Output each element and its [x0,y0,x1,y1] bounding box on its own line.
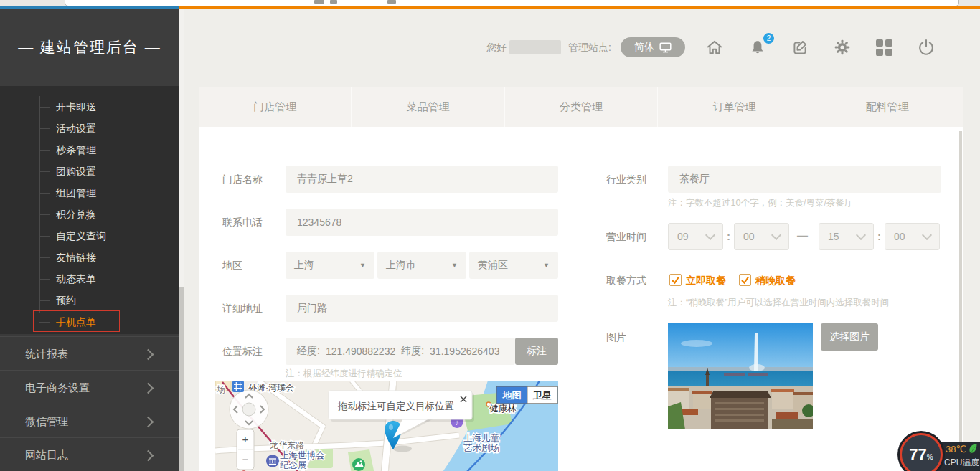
industry-input[interactable]: 茶餐厅 [668,166,941,193]
logout-button[interactable] [916,37,936,57]
dropdown-arrow-icon: ▼ [359,262,366,269]
map-type-toggle: 地图 卫星 [496,386,557,404]
map-zoom-control[interactable]: + − [237,429,254,470]
addressbar-text-fragment [330,0,337,4]
dropdown-arrow-icon: ▼ [451,262,458,269]
time-colon: : [727,230,730,242]
check-icon [671,275,680,285]
coordinates-input[interactable]: 经度: 121.490882232 纬度: 31.1952626403 [286,338,515,365]
mark-location-button[interactable]: 标注 [515,338,558,365]
chevron-down-icon [705,230,715,240]
sidebar-item-seckill[interactable]: 秒杀管理 [0,139,179,161]
settings-button[interactable] [832,37,852,57]
monitor-icon [659,42,672,53]
zoom-in-button[interactable]: + [242,433,249,445]
province-select[interactable]: 上海▼ [286,252,374,279]
sidebar-scrollbar-thumb[interactable] [179,287,184,471]
pickup-later-label[interactable]: 稍晚取餐 [755,275,796,287]
cpu-percent-value: 77 [909,435,926,471]
grid-icon [876,39,892,56]
language-pill-button[interactable]: 简体 [621,37,685,57]
apps-button[interactable] [874,37,894,57]
location-label: 位置标注 [222,346,263,358]
sidebar-item-booking[interactable]: 预约 [0,290,179,311]
sidebar-item-team[interactable]: 组团管理 [0,182,179,204]
sidebar-item-points[interactable]: 积分兑换 [0,204,179,225]
addressbar-text-fragment [314,0,324,4]
chevron-right-icon [143,450,154,462]
sidebar-section-wechat[interactable]: 微信管理 [0,404,179,438]
location-note: 注：根据经纬度进行精确定位 [286,368,402,380]
pickup-now-label[interactable]: 立即取餐 [686,275,726,287]
active-item-outline [33,310,120,332]
hours-separator: — [797,229,808,242]
edit-button[interactable] [790,37,810,57]
store-name-label: 门店名称 [222,173,263,186]
close-minute-select[interactable]: 00 [885,223,940,250]
longitude-value: 121.490882232 [326,346,395,357]
top-accent-orange [179,6,980,9]
tab-store-management[interactable]: 门店管理 [199,87,352,127]
image-label: 图片 [606,331,626,344]
sidebar-item-custom-query[interactable]: 自定义查询 [0,225,179,247]
chevron-down-icon [856,230,866,240]
choose-image-button[interactable]: 选择图片 [821,323,878,351]
map-label: 健康林 [489,404,517,414]
pickup-note: 注：“稍晚取餐”用户可以选择在营业时间内选择取餐时间 [668,297,889,309]
close-hour-select[interactable]: 15 [819,223,874,250]
sidebar-item-card-gift[interactable]: 开卡即送 [0,96,179,118]
sidebar-item-links[interactable]: 友情链接 [0,247,179,268]
phone-input[interactable]: 12345678 [286,209,558,236]
map-label: 场 [216,384,225,394]
chevron-down-icon [771,230,781,240]
address-label: 详细地址 [222,303,263,315]
home-button[interactable] [705,37,725,57]
chevron-right-icon [143,383,154,394]
map-label: 艺术剧场 [463,443,499,453]
latitude-value: 31.1952626403 [430,346,499,357]
pickup-later-checkbox[interactable] [739,274,751,286]
store-name-input[interactable]: 青青原上草2 [286,166,558,193]
sidebar-section-logs[interactable]: 网站日志 [0,437,179,471]
map-north-badge-icon [232,381,244,392]
tab-ingredient-management[interactable]: 配料管理 [811,87,963,127]
sidebar-item-activity[interactable]: 活动设置 [0,118,179,139]
map-label: 纪念展 [280,460,307,470]
tab-category-management[interactable]: 分类管理 [505,87,658,127]
tab-dish-management[interactable]: 菜品管理 [352,87,504,127]
sidebar: — 建站管理后台 — 开卡即送 活动设置 秒杀管理 团购设置 组团管理 积分兑换… [0,9,179,471]
chevron-right-icon [143,417,154,428]
museum-poi-icon [266,455,279,467]
cpu-percent-sign: % [927,453,933,461]
hours-label: 营业时间 [606,231,646,244]
pickup-now-checkbox[interactable] [669,274,682,286]
district-select[interactable]: 黄浦区▼ [469,252,558,279]
browser-strip [0,0,980,6]
map-widget[interactable]: ♪ 场 外滩·湾璞会 龙华东路 上海世博会 纪念展 健康林 上海儿童 艺术剧场 … [215,381,558,471]
open-minute-select[interactable]: 00 [734,223,789,250]
chevron-right-icon [143,349,154,361]
open-hour-select[interactable]: 09 [668,223,723,250]
addressbar-text-fragment [387,0,396,4]
map-pan-control[interactable] [230,390,268,429]
sidebar-section-ecommerce[interactable]: 电子商务设置 [0,370,179,404]
tab-order-management[interactable]: 订单管理 [658,87,811,127]
sidebar-item-groupbuy[interactable]: 团购设置 [0,161,179,182]
map-label: 上海儿童 [463,433,500,443]
dropdown-arrow-icon: ▼ [543,262,550,269]
chevron-down-icon [922,230,932,240]
cpu-usage-gauge[interactable]: 77 % [900,433,943,471]
industry-note: 注：字数不超过10个字，例：美食/粤菜/茶餐厅 [668,197,853,209]
phone-label: 联系电话 [222,217,263,229]
address-input[interactable]: 局门路 [286,295,558,322]
notification-badge: 2 [762,32,776,45]
zoom-out-button[interactable]: − [242,453,249,465]
sidebar-item-dynamic-form[interactable]: 动态表单 [0,268,179,290]
page-root: { "sidebar": { "title": "— 建站管理后台 —", "s… [0,0,980,471]
sidebar-title: — 建站管理后台 — [0,9,179,86]
city-select[interactable]: 上海市▼ [377,252,466,279]
sidebar-section-reports[interactable]: 统计报表 [0,336,179,371]
edit-icon [791,38,809,57]
manage-site-label: 管理站点: [568,42,611,54]
panel-scrollbar[interactable] [959,131,962,471]
